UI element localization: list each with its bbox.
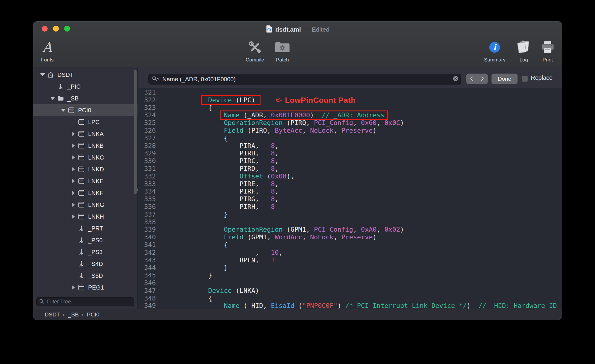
sidebar-item-sb[interactable]: _SB — [33, 92, 138, 104]
code-line[interactable]: 337 } — [138, 211, 562, 218]
sidebar-item-dsdt[interactable]: DSDT — [33, 69, 138, 81]
sidebar-item-pci0[interactable]: PCI0 — [33, 104, 138, 116]
code-line[interactable]: 327 { — [138, 134, 562, 142]
sidebar-item-prt[interactable]: _PRT — [33, 222, 138, 234]
code-line[interactable]: 332 Offset (0x08), — [138, 173, 562, 180]
search-input[interactable] — [162, 76, 451, 83]
replace-checkbox[interactable] — [522, 76, 528, 82]
disclosure-triangle-icon[interactable] — [69, 131, 77, 136]
search-field[interactable] — [148, 74, 461, 84]
code-line[interactable]: 342 , 10, — [138, 249, 562, 256]
line-number: 349 — [138, 302, 156, 309]
code-line[interactable]: 348 { — [138, 295, 562, 302]
code-line[interactable]: 326 Field (PIRQ, ByteAcc, NoLock, Preser… — [138, 127, 562, 134]
print-button[interactable]: Print — [541, 37, 555, 63]
sidebar-item-peg1[interactable]: PEG1 — [33, 282, 138, 293]
clear-search-icon[interactable] — [453, 76, 459, 83]
sidebar-item-lnke[interactable]: LNKE — [33, 175, 138, 187]
disclosure-triangle-icon[interactable] — [69, 167, 77, 172]
sidebar-item-label: _PS3 — [88, 249, 103, 256]
find-previous-button[interactable] — [466, 74, 477, 84]
code-line[interactable]: 343 BPEN, 1 — [138, 256, 562, 264]
patch-icon — [275, 37, 290, 58]
code-text: PIRE, 8, — [177, 180, 279, 188]
line-number: 331 — [138, 165, 156, 173]
code-text: { — [177, 134, 228, 142]
filter-tree-input[interactable] — [46, 298, 131, 305]
sidebar-item-s4d[interactable]: _S4D — [33, 258, 138, 270]
desktop-background: dsdt.aml — Edited A Fonts Compi — [0, 0, 595, 364]
disclosure-triangle-icon[interactable] — [69, 179, 77, 183]
sidebar-item-label: LPC — [88, 119, 100, 126]
code-text: PIRA, 8, — [177, 142, 279, 150]
breadcrumb-item[interactable]: DSDT — [45, 311, 60, 318]
disclosure-triangle-icon[interactable] — [69, 214, 77, 219]
sidebar-item-lnkh[interactable]: LNKH — [33, 211, 138, 222]
code-line[interactable]: 338 — [138, 218, 562, 226]
fonts-button[interactable]: A Fonts — [41, 37, 54, 63]
disclosure-triangle-icon[interactable] — [69, 202, 77, 207]
sidebar-item-lpc[interactable]: LPC — [33, 116, 138, 128]
method-icon — [77, 249, 85, 255]
code-line[interactable]: 336 PIRH, 8 — [138, 203, 562, 211]
done-button[interactable]: Done — [491, 74, 518, 84]
sidebar-scrollbar[interactable] — [134, 70, 137, 194]
code-line[interactable]: 329 PIRB, 8, — [138, 150, 562, 157]
disclosure-triangle-icon[interactable] — [69, 143, 77, 148]
sidebar-item-lnkd[interactable]: LNKD — [33, 163, 138, 175]
code-line[interactable]: 325 OperationRegion (PIRQ, PCI_Config, 0… — [138, 119, 562, 127]
sidebar-item-label: LNKF — [88, 190, 103, 196]
sidebar-item-lnkg[interactable]: LNKG — [33, 199, 138, 211]
code-line[interactable]: 346 — [138, 279, 562, 287]
code-line[interactable]: 344 } — [138, 264, 562, 272]
disclosure-triangle-icon[interactable] — [69, 155, 77, 160]
window-edited-badge: — Edited — [304, 26, 329, 33]
sidebar-item-lnkb[interactable]: LNKB — [33, 140, 138, 152]
disclosure-triangle-icon[interactable] — [49, 97, 56, 100]
window-title-text: dsdt.aml — [275, 26, 301, 33]
disclosure-triangle-icon[interactable] — [69, 191, 77, 195]
code-line[interactable]: 349 Name (_HID, EisaId ("PNP0C0F") /* PC… — [138, 302, 562, 309]
code-editor[interactable]: 321322 Device (LPC)323 {324 Name (_ADR, … — [138, 88, 562, 309]
filter-field[interactable] — [36, 297, 134, 306]
code-line[interactable]: 333 PIRE, 8, — [138, 180, 562, 188]
code-line[interactable]: 345 } — [138, 272, 562, 279]
code-line[interactable]: 340 Field (GPM1, WordAcc, NoLock, Preser… — [138, 233, 562, 241]
code-line[interactable]: 331 PIRD, 8, — [138, 165, 562, 173]
line-number: 342 — [138, 249, 156, 256]
sidebar-item-ps3[interactable]: _PS3 — [33, 246, 138, 258]
sidebar-item-pic[interactable]: _PIC — [33, 81, 138, 92]
code-line[interactable]: 330 PIRC, 8, — [138, 157, 562, 165]
patch-button[interactable]: Patch — [275, 37, 290, 63]
code-line[interactable]: 334 PIRF, 8, — [138, 188, 562, 195]
code-line[interactable]: 341 { — [138, 241, 562, 249]
compile-icon — [248, 37, 262, 58]
code-text: { — [177, 295, 212, 302]
line-number: 334 — [138, 188, 156, 195]
disclosure-triangle-icon[interactable] — [69, 285, 77, 290]
sidebar-item-s5d[interactable]: _S5D — [33, 270, 138, 282]
summary-button[interactable]: i Summary — [484, 37, 506, 63]
breadcrumb-item[interactable]: PCI0 — [87, 311, 99, 318]
code-text: Field (PIRQ, ByteAcc, NoLock, Preserve) — [177, 127, 377, 134]
compile-button[interactable]: Compile — [246, 37, 264, 63]
titlebar-toolbar[interactable]: dsdt.aml — Edited A Fonts Compi — [33, 22, 562, 68]
code-line[interactable]: 347 Device (LNKA) — [138, 287, 562, 295]
code-line[interactable]: 335 PIRG, 8, — [138, 195, 562, 203]
folder-icon — [56, 95, 65, 101]
sidebar-item-ps0[interactable]: _PS0 — [33, 234, 138, 246]
find-next-button[interactable] — [477, 74, 488, 84]
code-line[interactable]: 328 PIRA, 8, — [138, 142, 562, 150]
breadcrumb-item[interactable]: _SB — [68, 311, 79, 318]
disclosure-triangle-icon[interactable] — [59, 109, 67, 112]
disclosure-triangle-icon[interactable] — [39, 73, 46, 76]
sidebar-item-lnka[interactable]: LNKA — [33, 128, 138, 140]
code-line[interactable]: 339 OperationRegion (GPM1, PCI_Config, 0… — [138, 226, 562, 233]
annotation-note: <- LowPinCount Path — [275, 95, 356, 105]
device-icon — [77, 131, 85, 137]
sidebar-item-label: LNKC — [88, 154, 104, 161]
device-icon — [77, 154, 85, 161]
sidebar-item-lnkc[interactable]: LNKC — [33, 152, 138, 163]
log-button[interactable]: Log — [517, 37, 531, 63]
sidebar-item-lnkf[interactable]: LNKF — [33, 187, 138, 199]
